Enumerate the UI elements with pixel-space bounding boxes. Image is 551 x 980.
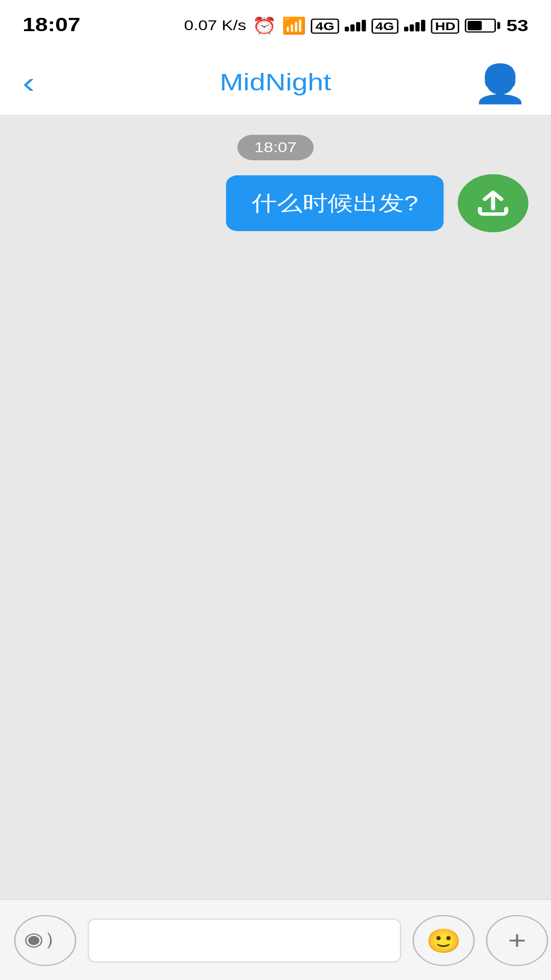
- message-bubble: 什么时候出发?: [226, 176, 444, 231]
- plus-icon: +: [508, 925, 527, 955]
- network-speed: 0.07 K/s: [184, 17, 246, 34]
- status-bar: 18:07 0.07 K/s ⏰ 📶 4G 4G HD: [0, 0, 551, 51]
- add-button[interactable]: +: [486, 914, 548, 965]
- status-indicators: 0.07 K/s ⏰ 📶 4G 4G HD: [184, 16, 529, 35]
- nav-bar: ‹ MidNight 👤: [0, 51, 551, 116]
- message-row: 什么时候出发?: [22, 174, 528, 232]
- hd-icon: HD: [431, 18, 460, 33]
- upload-arrow-icon: [473, 187, 513, 219]
- voice-icon: ◉）: [24, 928, 66, 952]
- bottom-toolbar: ◉） 🙂 +: [0, 899, 551, 980]
- battery-icon: [465, 18, 500, 32]
- chat-title: MidNight: [79, 69, 472, 96]
- person-icon: 👤: [472, 61, 529, 105]
- status-time: 18:07: [22, 15, 80, 36]
- emoji-button[interactable]: 🙂: [413, 914, 475, 965]
- back-button[interactable]: ‹: [22, 65, 79, 101]
- chat-area: 18:07 什么时候出发?: [0, 116, 551, 898]
- send-status-icon: [458, 174, 528, 232]
- emoji-icon: 🙂: [426, 926, 461, 954]
- message-timestamp: 18:07: [237, 135, 314, 160]
- profile-button[interactable]: 👤: [472, 61, 529, 105]
- message-text: 什么时候出发?: [252, 191, 418, 214]
- 4g-icon-1: 4G: [311, 18, 339, 33]
- signal-icon-2: [404, 20, 425, 32]
- signal-icon-1: [344, 20, 366, 32]
- message-input[interactable]: [88, 918, 402, 962]
- 4g-icon-2: 4G: [371, 18, 398, 33]
- wifi-icon: 📶: [282, 16, 306, 35]
- voice-button[interactable]: ◉）: [14, 914, 77, 965]
- clock-icon: ⏰: [252, 16, 276, 35]
- battery-level: 53: [507, 16, 529, 35]
